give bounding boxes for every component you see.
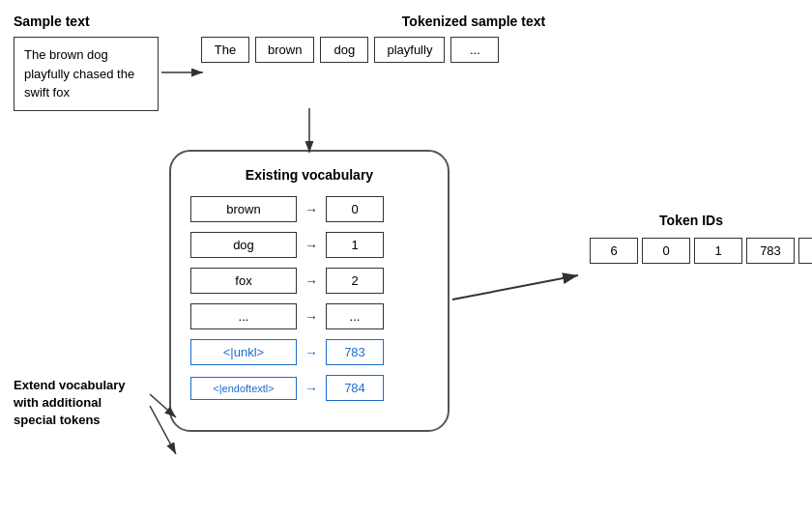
vocab-word-fox: fox bbox=[190, 268, 297, 294]
vocab-word-dog: dog bbox=[190, 232, 297, 258]
token-playfully: playfully bbox=[374, 37, 445, 63]
token-id-783: 783 bbox=[746, 238, 795, 264]
vocab-id-0: 0 bbox=[326, 196, 384, 222]
token-brown: brown bbox=[255, 37, 314, 63]
token-id-ellipsis: ... bbox=[798, 238, 812, 264]
vocab-word-brown: brown bbox=[190, 196, 297, 222]
vocab-id-1: 1 bbox=[326, 232, 384, 258]
vocab-row-unk: <|unkl> → 783 bbox=[190, 339, 428, 365]
vocab-word-ellipsis: ... bbox=[190, 303, 297, 329]
token-id-0: 0 bbox=[642, 238, 690, 264]
token-row: The brown dog playfully ... bbox=[201, 37, 754, 63]
vocab-id-783: 783 bbox=[326, 339, 384, 365]
tokenized-section: Tokenized sample text The brown dog play… bbox=[193, 14, 754, 63]
arrow-fox: → bbox=[304, 273, 318, 289]
vocab-row-ellipsis: ... → ... bbox=[190, 303, 428, 329]
vocabulary-box: Existing vocabulary brown → 0 dog → 1 fo… bbox=[169, 150, 450, 432]
token-id-1: 1 bbox=[694, 238, 742, 264]
token-ids-section: Token IDs 6 0 1 783 ... bbox=[590, 213, 793, 264]
token-ids-header: Token IDs bbox=[590, 213, 793, 228]
vocabulary-header: Existing vocabulary bbox=[190, 167, 428, 183]
vocab-row-dog: dog → 1 bbox=[190, 232, 428, 258]
vocab-row-brown: brown → 0 bbox=[190, 196, 428, 222]
token-dog: dog bbox=[320, 37, 368, 63]
arrow-ellipsis: → bbox=[304, 309, 318, 325]
vocab-id-2: 2 bbox=[326, 268, 384, 294]
sample-text-header: Sample text bbox=[14, 14, 168, 29]
token-ellipsis: ... bbox=[450, 37, 499, 63]
arrow-eos: → bbox=[304, 381, 318, 396]
vocab-word-eos: <|endoftextl> bbox=[190, 377, 297, 400]
token-id-6: 6 bbox=[590, 238, 638, 264]
arrow-brown: → bbox=[304, 202, 318, 217]
token-ids-row: 6 0 1 783 ... bbox=[590, 238, 793, 264]
vocab-id-784: 784 bbox=[326, 375, 384, 401]
tokenized-header: Tokenized sample text bbox=[193, 14, 754, 29]
sample-text-section: Sample text The brown dog playfully chas… bbox=[14, 14, 168, 111]
extend-vocabulary-label: Extend vocabulary with additional specia… bbox=[14, 377, 144, 430]
arrow-dog: → bbox=[304, 238, 318, 253]
vocab-row-fox: fox → 2 bbox=[190, 268, 428, 294]
svg-line-4 bbox=[452, 275, 578, 300]
vocab-row-eos: <|endoftextl> → 784 bbox=[190, 375, 428, 401]
vocab-word-unk: <|unkl> bbox=[190, 339, 297, 365]
vocab-id-ellipsis: ... bbox=[326, 303, 384, 329]
arrow-unk: → bbox=[304, 345, 318, 360]
token-the: The bbox=[201, 37, 249, 63]
sample-text-box: The brown dog playfully chased the swift… bbox=[14, 37, 159, 111]
